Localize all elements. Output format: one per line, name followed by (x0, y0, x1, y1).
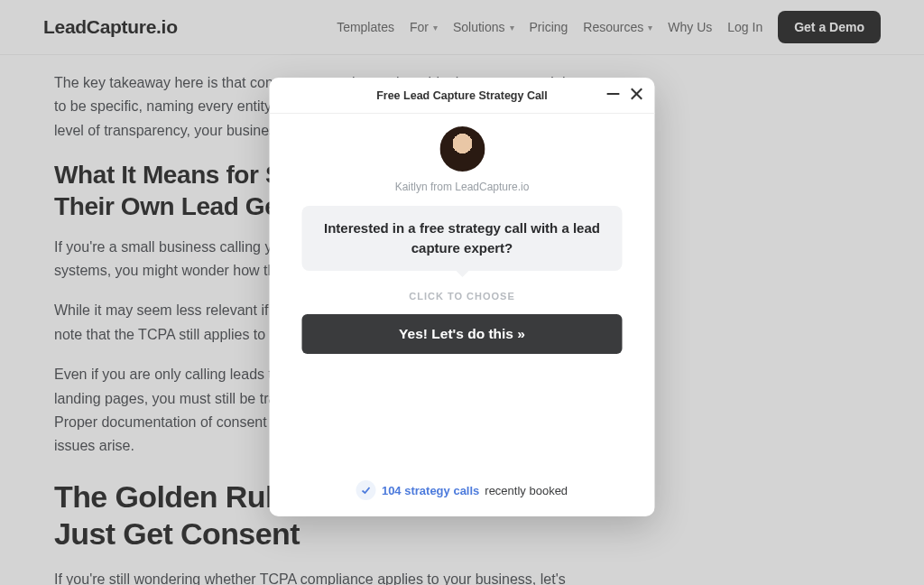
modal-header: Free Lead Capture Strategy Call (270, 78, 655, 114)
accept-call-button[interactable]: Yes! Let's do this » (302, 314, 623, 354)
choose-label: CLICK TO CHOOSE (409, 291, 514, 302)
checkmark-icon (356, 480, 376, 500)
booked-count: 104 strategy calls (382, 484, 479, 497)
booked-suffix: recently booked (485, 484, 568, 497)
strategy-call-modal: Free Lead Capture Strategy Call Kaitlyn … (270, 78, 655, 516)
minimize-icon[interactable] (606, 87, 621, 101)
agent-avatar (439, 126, 485, 172)
modal-footer: 104 strategy calls recently booked (270, 468, 655, 516)
modal-title: Free Lead Capture Strategy Call (376, 89, 548, 102)
agent-caption: Kaitlyn from LeadCapture.io (395, 181, 530, 193)
chat-bubble: Interested in a free strategy call with … (302, 206, 623, 271)
close-icon[interactable] (630, 87, 644, 101)
modal-body: Kaitlyn from LeadCapture.io Interested i… (270, 114, 655, 468)
